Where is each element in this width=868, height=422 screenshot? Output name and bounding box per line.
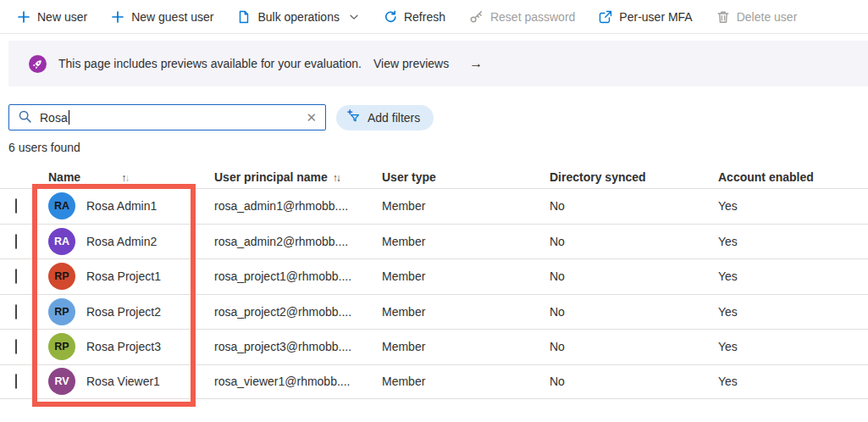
upn-cell: rosa_project2@rhmobb....	[214, 305, 382, 319]
add-filters-label: Add filters	[368, 111, 420, 125]
search-value: Rosa	[40, 111, 68, 125]
upn-cell: rosa_project1@rhmobb....	[214, 269, 382, 283]
directory-synced-cell: No	[550, 199, 718, 213]
command-bar: New user New guest user Bulk operations …	[0, 0, 868, 34]
user-name-link[interactable]: Rosa Admin1	[86, 199, 157, 213]
directory-synced-cell: No	[550, 340, 718, 353]
avatar: RV	[48, 368, 75, 395]
per-user-mfa-button[interactable]: Per-user MFA	[599, 10, 692, 24]
users-table: Name↑↓ User principal name↑↓ User type D…	[0, 165, 868, 399]
column-header-account-enabled: Account enabled	[718, 170, 868, 184]
arrow-right-icon: →	[469, 56, 483, 71]
new-guest-user-button[interactable]: New guest user	[111, 10, 213, 24]
upn-cell: rosa_project3@rhmobb....	[214, 340, 382, 353]
chevron-down-icon	[348, 11, 360, 23]
account-enabled-cell: Yes	[718, 340, 868, 353]
per-user-mfa-label: Per-user MFA	[619, 10, 692, 24]
plus-icon	[111, 10, 124, 24]
avatar: RP	[48, 298, 75, 325]
add-filters-button[interactable]: Add filters	[336, 105, 434, 130]
column-header-directory-synced: Directory synced	[550, 170, 718, 184]
row-checkbox[interactable]	[15, 374, 17, 389]
user-type-cell: Member	[382, 340, 550, 353]
external-link-icon	[599, 10, 612, 24]
trash-icon	[716, 10, 730, 24]
bulk-operations-label: Bulk operations	[257, 10, 340, 24]
column-header-upn[interactable]: User principal name↑↓	[214, 170, 382, 184]
directory-synced-cell: No	[550, 375, 718, 388]
directory-synced-cell: No	[550, 305, 718, 319]
account-enabled-cell: Yes	[718, 235, 868, 248]
table-row[interactable]: RARosa Admin1 rosa_admin1@rhmobb.... Mem…	[0, 188, 868, 224]
user-type-cell: Member	[382, 199, 550, 213]
row-checkbox[interactable]	[15, 198, 17, 214]
banner-text: This page includes previews available fo…	[58, 57, 362, 70]
user-name-link[interactable]: Rosa Viewer1	[86, 375, 160, 388]
table-header: Name↑↓ User principal name↑↓ User type D…	[0, 165, 868, 188]
preview-banner: This page includes previews available fo…	[8, 41, 868, 86]
new-user-label: New user	[37, 10, 87, 24]
reset-password-button[interactable]: Reset password	[469, 9, 575, 24]
reset-password-label: Reset password	[490, 10, 575, 24]
search-icon	[18, 109, 32, 126]
user-name-link[interactable]: Rosa Project2	[86, 305, 161, 319]
avatar: RP	[48, 263, 75, 290]
avatar: RA	[48, 228, 75, 255]
column-header-name[interactable]: Name↑↓	[48, 170, 214, 184]
rocket-icon	[29, 55, 47, 73]
user-type-cell: Member	[382, 375, 550, 388]
user-name-link[interactable]: Rosa Admin2	[86, 235, 157, 248]
row-checkbox[interactable]	[15, 304, 17, 319]
filter-bar: Rosa ✕ Add filters	[8, 104, 868, 130]
table-row[interactable]: RARosa Admin2 rosa_admin2@rhmobb.... Mem…	[0, 224, 868, 259]
delete-user-button[interactable]: Delete user	[716, 10, 798, 24]
view-previews-link[interactable]: View previews	[373, 57, 449, 70]
table-row[interactable]: RPRosa Project1 rosa_project1@rhmobb....…	[0, 258, 868, 294]
row-checkbox[interactable]	[15, 269, 17, 284]
directory-synced-cell: No	[550, 235, 718, 248]
user-type-cell: Member	[382, 305, 550, 319]
user-name-link[interactable]: Rosa Project1	[86, 269, 161, 283]
account-enabled-cell: Yes	[718, 375, 868, 388]
avatar: RP	[48, 333, 75, 360]
plus-icon	[17, 10, 30, 24]
refresh-icon	[384, 10, 397, 24]
column-header-user-type: User type	[382, 170, 550, 184]
table-row[interactable]: RPRosa Project3 rosa_project3@rhmobb....…	[0, 329, 868, 364]
upn-cell: rosa_viewer1@rhmobb....	[214, 375, 382, 388]
key-icon	[469, 9, 484, 24]
add-filter-icon	[346, 108, 362, 126]
sort-icon: ↑↓	[333, 172, 340, 184]
results-count: 6 users found	[8, 141, 868, 154]
new-guest-user-label: New guest user	[131, 10, 213, 24]
delete-user-label: Delete user	[737, 10, 798, 24]
search-input[interactable]: Rosa ✕	[8, 104, 326, 130]
directory-synced-cell: No	[550, 269, 718, 283]
sort-icon: ↑↓	[121, 172, 128, 184]
row-checkbox[interactable]	[15, 339, 17, 354]
avatar: RA	[48, 192, 75, 219]
upn-cell: rosa_admin2@rhmobb....	[214, 235, 382, 248]
table-row[interactable]: RVRosa Viewer1 rosa_viewer1@rhmobb.... M…	[0, 364, 868, 400]
row-checkbox[interactable]	[15, 234, 17, 249]
user-type-cell: Member	[382, 235, 550, 248]
document-icon	[237, 10, 251, 24]
refresh-label: Refresh	[404, 10, 445, 24]
refresh-button[interactable]: Refresh	[384, 10, 445, 24]
clear-search-button[interactable]: ✕	[304, 110, 318, 125]
bulk-operations-button[interactable]: Bulk operations	[237, 10, 360, 24]
user-name-link[interactable]: Rosa Project3	[86, 340, 161, 353]
account-enabled-cell: Yes	[718, 269, 868, 283]
user-type-cell: Member	[382, 269, 550, 283]
new-user-button[interactable]: New user	[17, 10, 87, 24]
text-caret	[69, 110, 69, 125]
account-enabled-cell: Yes	[718, 199, 868, 213]
account-enabled-cell: Yes	[718, 305, 868, 319]
upn-cell: rosa_admin1@rhmobb....	[214, 199, 382, 213]
table-row[interactable]: RPRosa Project2 rosa_project2@rhmobb....…	[0, 294, 868, 330]
